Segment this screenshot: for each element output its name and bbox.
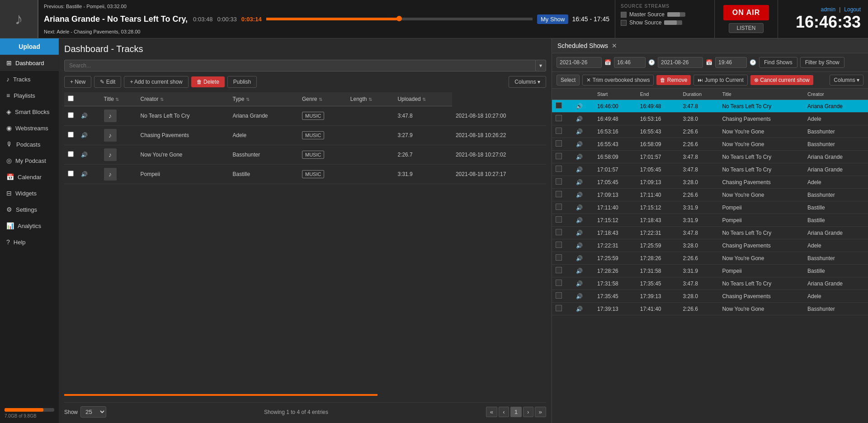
shows-row-checkbox-cell[interactable] bbox=[552, 100, 572, 113]
trim-button[interactable]: ✕ Trim overbooked shows bbox=[582, 75, 654, 86]
select-all-checkbox[interactable] bbox=[68, 95, 74, 101]
shows-row-checkbox[interactable] bbox=[556, 153, 562, 159]
publish-button[interactable]: Publish bbox=[227, 76, 257, 88]
shows-row-checkbox-cell[interactable] bbox=[552, 303, 572, 315]
master-source-checkbox[interactable] bbox=[621, 12, 627, 18]
shows-row-checkbox[interactable] bbox=[556, 280, 562, 286]
shows-row-checkbox-cell[interactable] bbox=[552, 151, 572, 163]
shows-row-checkbox-cell[interactable] bbox=[552, 227, 572, 239]
page-1-button[interactable]: 1 bbox=[510, 407, 522, 417]
shows-col-checkbox[interactable] bbox=[552, 89, 572, 100]
admin-link[interactable]: admin bbox=[821, 6, 835, 13]
shows-row-checkbox[interactable] bbox=[556, 267, 562, 273]
columns-button[interactable]: Columns ▾ bbox=[509, 76, 546, 88]
col-uploaded[interactable]: Uploaded ⇅ bbox=[394, 92, 452, 106]
sidebar-item-widgets[interactable]: ⊟ Widgets bbox=[0, 185, 59, 201]
shows-row-checkbox-cell[interactable] bbox=[552, 138, 572, 151]
col-type[interactable]: Type ⇅ bbox=[229, 92, 298, 106]
sidebar-item-tracks[interactable]: ♪ Tracks bbox=[0, 71, 59, 87]
sidebar-upload-button[interactable]: Upload bbox=[0, 38, 59, 55]
edit-button[interactable]: ✎ Edit bbox=[94, 76, 121, 88]
show-count-select[interactable]: 25 50 100 bbox=[80, 406, 106, 418]
shows-columns-button[interactable]: Columns ▾ bbox=[830, 75, 863, 86]
cancel-show-button[interactable]: ⊗ Cancel current show bbox=[750, 75, 813, 85]
last-page-button[interactable]: » bbox=[535, 407, 546, 417]
sidebar-item-smart-blocks[interactable]: ◈ Smart Blocks bbox=[0, 104, 59, 120]
master-source-slider[interactable] bbox=[667, 12, 685, 17]
sidebar-item-settings[interactable]: ⚙ Settings bbox=[0, 201, 59, 218]
show-source-slider[interactable] bbox=[664, 20, 682, 25]
delete-button[interactable]: 🗑 Delete bbox=[191, 76, 225, 87]
first-page-button[interactable]: « bbox=[486, 407, 497, 417]
remove-button[interactable]: 🗑 Remove bbox=[656, 75, 691, 85]
shows-row-checkbox[interactable] bbox=[556, 191, 562, 197]
shows-row-checkbox[interactable] bbox=[556, 204, 562, 210]
row-checkbox[interactable] bbox=[68, 171, 74, 176]
end-date-input[interactable] bbox=[658, 57, 703, 68]
select-button[interactable]: Select bbox=[557, 75, 580, 86]
shows-col-title[interactable]: Title bbox=[718, 89, 804, 100]
shows-row-checkbox[interactable] bbox=[556, 242, 562, 248]
prev-page-button[interactable]: ‹ bbox=[499, 407, 509, 417]
row-checkbox-cell[interactable] bbox=[64, 165, 77, 184]
calendar-icon-1[interactable]: 📅 bbox=[604, 59, 611, 66]
new-button[interactable]: + New bbox=[64, 76, 91, 88]
shows-row-checkbox[interactable] bbox=[556, 140, 562, 147]
sidebar-item-calendar[interactable]: 📅 Calendar bbox=[0, 169, 59, 185]
sidebar-item-analytics[interactable]: 📊 Analytics bbox=[0, 218, 59, 234]
clock-icon-1[interactable]: 🕐 bbox=[648, 59, 655, 66]
shows-row-checkbox-cell[interactable] bbox=[552, 176, 572, 189]
listen-button[interactable]: LISTEN bbox=[729, 23, 763, 33]
shows-row-checkbox-cell[interactable] bbox=[552, 163, 572, 176]
shows-row-checkbox-cell[interactable] bbox=[552, 189, 572, 201]
find-shows-button[interactable]: Find Shows bbox=[759, 57, 797, 68]
shows-col-artist[interactable]: Creator bbox=[804, 89, 868, 100]
shows-col-duration[interactable]: Duration bbox=[679, 89, 718, 100]
sidebar-item-podcasts[interactable]: 🎙 Podcasts bbox=[0, 136, 59, 152]
shows-row-checkbox[interactable] bbox=[556, 216, 562, 223]
logout-link[interactable]: Logout bbox=[844, 6, 861, 13]
sidebar-item-playlists[interactable]: ≡ Playlists bbox=[0, 87, 59, 104]
search-dropdown[interactable]: ▾ bbox=[536, 60, 546, 71]
sidebar-item-help[interactable]: ? Help bbox=[0, 234, 59, 250]
shows-col-end[interactable]: End bbox=[637, 89, 679, 100]
col-creator[interactable]: Creator ⇅ bbox=[137, 92, 229, 106]
col-checkbox[interactable] bbox=[64, 92, 77, 106]
start-time-input[interactable] bbox=[614, 57, 646, 68]
col-title[interactable]: Title ⇅ bbox=[100, 92, 137, 106]
sidebar-item-dashboard[interactable]: ⊞ Dashboard bbox=[0, 55, 59, 71]
shows-row-checkbox-cell[interactable] bbox=[552, 239, 572, 252]
end-time-input[interactable] bbox=[715, 57, 747, 68]
shows-row-checkbox[interactable] bbox=[556, 128, 562, 134]
sidebar-item-my-podcast[interactable]: ◎ My Podcast bbox=[0, 152, 59, 169]
row-checkbox[interactable] bbox=[68, 151, 74, 157]
row-checkbox[interactable] bbox=[68, 132, 74, 138]
sidebar-item-webstreams[interactable]: ◉ Webstreams bbox=[0, 120, 59, 136]
next-page-button[interactable]: › bbox=[523, 407, 533, 417]
shows-row-checkbox[interactable] bbox=[556, 292, 562, 299]
jump-to-current-button[interactable]: ⏭ Jump to Current bbox=[693, 75, 747, 86]
col-genre[interactable]: Genre ⇅ bbox=[298, 92, 347, 106]
shows-row-checkbox[interactable] bbox=[556, 178, 562, 185]
shows-row-checkbox-cell[interactable] bbox=[552, 252, 572, 265]
shows-row-checkbox[interactable] bbox=[556, 305, 562, 311]
on-air-button[interactable]: ON AIR bbox=[723, 5, 769, 20]
row-checkbox-cell[interactable] bbox=[64, 126, 77, 145]
shows-row-checkbox-cell[interactable] bbox=[552, 113, 572, 125]
filter-by-show-button[interactable]: Filter by Show bbox=[800, 57, 844, 68]
row-checkbox[interactable] bbox=[68, 112, 74, 118]
shows-row-checkbox-cell[interactable] bbox=[552, 125, 572, 138]
shows-close-button[interactable]: ✕ bbox=[612, 42, 617, 49]
row-checkbox-cell[interactable] bbox=[64, 145, 77, 165]
shows-row-checkbox-cell[interactable] bbox=[552, 214, 572, 227]
shows-col-start[interactable]: Start bbox=[594, 89, 637, 100]
shows-row-checkbox-cell[interactable] bbox=[552, 277, 572, 290]
shows-row-checkbox[interactable] bbox=[556, 102, 562, 109]
shows-row-checkbox-cell[interactable] bbox=[552, 201, 572, 214]
clock-icon-2[interactable]: 🕐 bbox=[750, 59, 756, 66]
shows-row-checkbox[interactable] bbox=[556, 115, 562, 121]
shows-row-checkbox[interactable] bbox=[556, 254, 562, 261]
show-source-checkbox[interactable] bbox=[621, 20, 627, 26]
shows-row-checkbox-cell[interactable] bbox=[552, 290, 572, 303]
calendar-icon-2[interactable]: 📅 bbox=[706, 59, 712, 66]
